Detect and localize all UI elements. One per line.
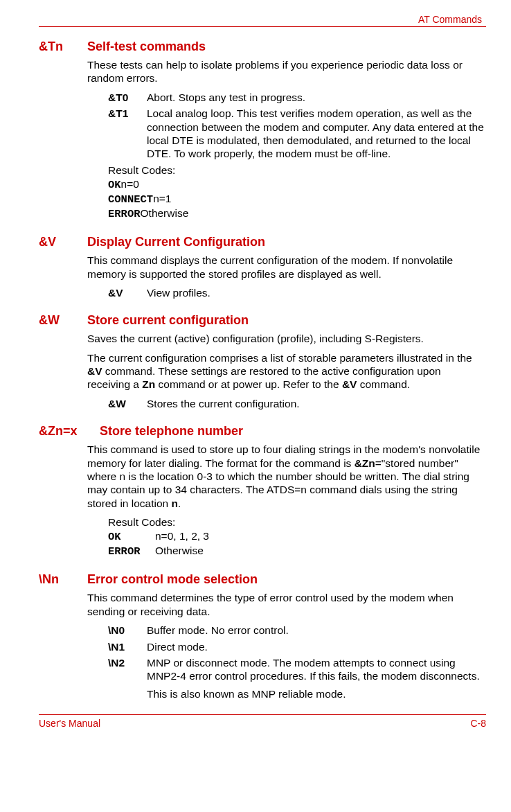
cmd-title: Self-test commands xyxy=(87,39,486,54)
text-fragment: The current configuration comprises a li… xyxy=(87,352,472,364)
bold-fragment: &Zn xyxy=(355,457,375,469)
param-desc: View profiles. xyxy=(147,286,486,299)
list-item: &T1 Local analog loop. This test verifie… xyxy=(108,107,486,161)
text-fragment: command or at power up. Refer to the xyxy=(155,378,342,390)
result-code: OK xyxy=(108,530,155,544)
param-desc: Buffer mode. No error control. xyxy=(147,624,486,637)
param-list: \N0 Buffer mode. No error control. \N1 D… xyxy=(108,624,486,700)
result-line: ERROROtherwise xyxy=(108,544,486,558)
param-list: &V View profiles. xyxy=(108,286,486,299)
list-item: &W Stores the current configuration. xyxy=(108,397,486,410)
bold-fragment: n xyxy=(172,497,178,509)
param-desc: Abort. Stops any test in progress. xyxy=(147,91,486,104)
intro-text: These tests can help to isolate problems… xyxy=(87,58,486,85)
result-line: OKn=0, 1, 2, 3 xyxy=(108,529,486,544)
param-key: &T0 xyxy=(108,91,147,104)
list-item: \N0 Buffer mode. No error control. xyxy=(108,624,486,637)
result-line: OKn=0 xyxy=(108,177,486,192)
param-desc: Stores the current configuration. xyxy=(147,397,486,410)
cmd-title: Store telephone number xyxy=(100,424,486,439)
param-desc: Direct mode. xyxy=(147,640,486,653)
intro-text: This command determines the type of erro… xyxy=(87,591,486,618)
cmd-title: Store current configuration xyxy=(87,313,486,328)
footer: User's Manual C-8 xyxy=(39,714,486,729)
param-key: \N2 xyxy=(108,656,147,700)
page: AT Commands &Tn Self-test commands These… xyxy=(0,0,511,743)
result-rest: Otherwise xyxy=(155,545,204,556)
result-code: ERROR xyxy=(108,208,141,220)
section-head: \Nn Error control mode selection xyxy=(39,572,486,587)
footer-right: C-8 xyxy=(470,718,486,729)
section-w: &W Store current configuration Saves the… xyxy=(39,313,486,410)
intro-text-2: The current configuration comprises a li… xyxy=(87,351,486,391)
result-line: ERROROtherwise xyxy=(108,206,486,221)
cmd-title: Error control mode selection xyxy=(87,572,486,587)
param-key: &T1 xyxy=(108,107,147,161)
section-tn: &Tn Self-test commands These tests can h… xyxy=(39,39,486,221)
intro-text: Saves the current (active) configuration… xyxy=(87,332,486,345)
cmd-label: &W xyxy=(39,313,87,328)
param-list: &W Stores the current configuration. xyxy=(108,397,486,410)
text-fragment: . xyxy=(178,497,181,509)
cmd-label: &V xyxy=(39,235,87,249)
list-item: &V View profiles. xyxy=(108,286,486,299)
param-key: \N1 xyxy=(108,640,147,653)
result-code: CONNECT xyxy=(108,193,153,206)
param-desc-main: MNP or disconnect mode. The modem attemp… xyxy=(147,656,486,683)
footer-left: User's Manual xyxy=(39,718,100,729)
result-code: ERROR xyxy=(108,545,155,558)
result-label: Result Codes: xyxy=(108,515,486,529)
result-code: OK xyxy=(108,179,121,191)
section-head: &W Store current configuration xyxy=(39,313,486,328)
cmd-title: Display Current Configuration xyxy=(87,235,486,249)
result-line: CONNECTn=1 xyxy=(108,192,486,206)
result-rest: Otherwise xyxy=(141,207,189,219)
section-head: &Tn Self-test commands xyxy=(39,39,486,54)
bold-fragment: Zn xyxy=(142,378,155,390)
section-head: &V Display Current Configuration xyxy=(39,235,486,249)
result-rest: n=1 xyxy=(153,193,171,204)
result-label: Result Codes: xyxy=(108,164,486,177)
result-codes: Result Codes: OKn=0 CONNECTn=1 ERROROthe… xyxy=(108,164,486,222)
result-codes: Result Codes: OKn=0, 1, 2, 3 ERROROtherw… xyxy=(108,515,486,558)
param-key: &V xyxy=(108,286,147,299)
bold-fragment: &V xyxy=(342,378,357,390)
section-v: &V Display Current Configuration This co… xyxy=(39,235,486,299)
param-desc: Local analog loop. This test verifies mo… xyxy=(147,107,486,161)
param-list: &T0 Abort. Stops any test in progress. &… xyxy=(108,91,486,161)
cmd-label: \Nn xyxy=(39,572,87,587)
intro-text: This command displays the current config… xyxy=(87,254,486,281)
param-key: &W xyxy=(108,397,147,410)
result-rest: n=0 xyxy=(121,178,139,190)
result-rest: n=0, 1, 2, 3 xyxy=(155,530,209,542)
intro-text: This command is used to store up to four… xyxy=(87,443,486,510)
param-desc-extra: This is also known as MNP reliable mode. xyxy=(147,687,486,700)
list-item: \N1 Direct mode. xyxy=(108,640,486,653)
param-key: \N0 xyxy=(108,624,147,637)
list-item: \N2 MNP or disconnect mode. The modem at… xyxy=(108,656,486,700)
cmd-label: &Zn=x xyxy=(39,424,100,439)
section-nn: \Nn Error control mode selection This co… xyxy=(39,572,486,700)
header-category: AT Commands xyxy=(39,14,486,25)
cmd-label: &Tn xyxy=(39,39,87,54)
bold-fragment: &V xyxy=(87,365,102,377)
section-zn: &Zn=x Store telephone number This comman… xyxy=(39,424,486,558)
section-head: &Zn=x Store telephone number xyxy=(39,424,486,439)
text-fragment: command. xyxy=(357,378,410,390)
param-desc: MNP or disconnect mode. The modem attemp… xyxy=(147,656,486,700)
header-rule xyxy=(39,26,486,27)
list-item: &T0 Abort. Stops any test in progress. xyxy=(108,91,486,104)
